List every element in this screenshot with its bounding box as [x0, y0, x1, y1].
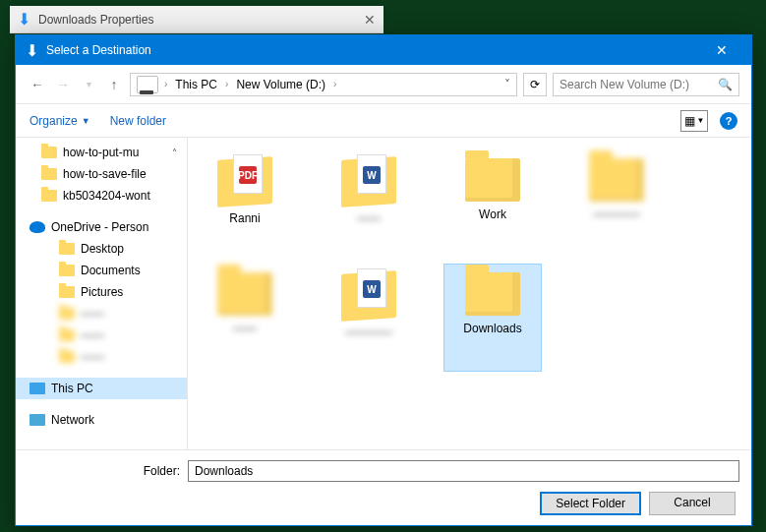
button-row: Select Folder Cancel: [28, 492, 739, 515]
crumb-drive[interactable]: New Volume (D:): [234, 78, 327, 91]
down-arrow-icon: ⬇: [18, 10, 30, 29]
organize-label: Organize: [29, 114, 78, 128]
refresh-button[interactable]: ⟳: [523, 73, 547, 96]
tree-item-this-pc[interactable]: This PC: [16, 378, 187, 399]
chevron-down-icon: ▼: [82, 116, 90, 126]
folder-icon: [59, 243, 75, 255]
folder-word-icon: W: [341, 158, 396, 206]
forward-button: →: [53, 75, 73, 94]
tree-item[interactable]: Pictures: [16, 281, 187, 303]
file-item-downloads[interactable]: Downloads: [443, 264, 542, 372]
dialog-title: Select a Destination: [46, 43, 694, 57]
tree-item[interactable]: ——: [16, 346, 187, 368]
folder-icon: [41, 147, 57, 158]
view-mode-button[interactable]: ▦ ▼: [680, 110, 708, 132]
toolbar: Organize ▼ New folder ▦ ▼ ?: [16, 104, 751, 138]
network-icon: [29, 414, 45, 426]
bg-window-title: Downloads Properties: [38, 13, 153, 27]
scroll-up-icon: ˄: [172, 148, 177, 158]
search-input[interactable]: [560, 78, 718, 91]
dialog-body: how-to-put-mu˄ how-to-save-file kb503420…: [16, 138, 751, 449]
tree-item[interactable]: ——: [16, 325, 187, 346]
tree-item[interactable]: ——: [16, 303, 187, 325]
tree-item[interactable]: Documents: [16, 260, 187, 281]
address-bar[interactable]: › This PC › New Volume (D:) › ˅: [130, 73, 517, 96]
folder-icon: [59, 351, 75, 363]
tree-label: Pictures: [81, 285, 123, 299]
dialog-titlebar: ⬇ Select a Destination ✕: [16, 35, 751, 65]
down-arrow-icon: ⬇: [26, 41, 38, 60]
recent-dropdown[interactable]: ▾: [79, 75, 98, 94]
cancel-button[interactable]: Cancel: [649, 492, 736, 515]
dialog-footer: Folder: Select Folder Cancel: [16, 449, 751, 525]
item-label: Ranni: [229, 211, 260, 225]
monitor-icon: [29, 383, 45, 394]
back-button[interactable]: ←: [28, 75, 47, 94]
tree-item[interactable]: kb5034204-wont: [16, 185, 187, 207]
file-item[interactable]: PDF Ranni: [196, 149, 294, 258]
folder-field-row: Folder:: [28, 460, 739, 482]
chevron-icon[interactable]: ›: [333, 79, 336, 89]
folder-icon: [59, 308, 75, 320]
chevron-down-icon: ▼: [697, 116, 705, 125]
file-grid[interactable]: PDF Ranni W —— Work ———— —— W ————: [188, 138, 751, 449]
crumb-this-pc[interactable]: This PC: [173, 78, 219, 91]
tree-item[interactable]: how-to-save-file: [16, 163, 187, 185]
folder-icon: [59, 265, 75, 276]
file-item[interactable]: W ————: [320, 264, 418, 372]
folder-word-icon: W: [341, 272, 396, 320]
chevron-icon[interactable]: ›: [164, 79, 167, 89]
folder-icon: [465, 272, 520, 316]
chevron-icon[interactable]: ›: [225, 79, 228, 89]
tree-item[interactable]: Desktop: [16, 238, 187, 260]
tree-item-network[interactable]: Network: [16, 409, 187, 431]
bg-close-icon[interactable]: ✕: [364, 12, 376, 28]
tree-item[interactable]: how-to-put-mu˄: [16, 142, 187, 163]
tree-label: OneDrive - Person: [51, 220, 148, 234]
item-label: ——: [233, 322, 257, 335]
background-window-titlebar: ⬇ Downloads Properties ✕: [10, 6, 383, 33]
select-folder-button[interactable]: Select Folder: [540, 492, 641, 515]
tree-label: This PC: [51, 382, 93, 395]
image-icon: ▦: [684, 114, 695, 128]
folder-label: Folder:: [28, 464, 180, 478]
item-label: ————: [593, 207, 640, 221]
nav-bar: ← → ▾ ↑ › This PC › New Volume (D:) › ˅ …: [16, 65, 751, 104]
nav-tree[interactable]: how-to-put-mu˄ how-to-save-file kb503420…: [16, 138, 188, 449]
item-label: Downloads: [463, 322, 521, 335]
tree-label: kb5034204-wont: [63, 189, 150, 203]
file-item[interactable]: Work: [443, 149, 542, 258]
folder-icon: [217, 272, 272, 316]
tree-label: how-to-save-file: [63, 167, 147, 181]
file-item[interactable]: ————: [567, 149, 666, 258]
folder-pdf-icon: PDF: [217, 158, 272, 206]
item-label: Work: [479, 207, 506, 221]
new-folder-button[interactable]: New folder: [110, 114, 166, 128]
folder-input[interactable]: [188, 460, 739, 482]
folder-icon: [589, 158, 644, 202]
folder-icon: [59, 286, 75, 298]
folder-icon: [41, 168, 57, 180]
drive-icon: [137, 76, 158, 93]
address-dropdown[interactable]: ˅: [504, 78, 510, 91]
folder-icon: [465, 158, 520, 202]
tree-label: Network: [51, 413, 94, 427]
close-button[interactable]: ✕: [702, 42, 741, 58]
cloud-icon: [29, 221, 45, 233]
search-box[interactable]: 🔍: [553, 73, 739, 96]
organize-menu[interactable]: Organize ▼: [29, 114, 90, 128]
tree-label: Documents: [81, 264, 141, 277]
item-label: ————: [345, 325, 392, 339]
search-icon[interactable]: 🔍: [718, 78, 733, 91]
tree-label: how-to-put-mu: [63, 146, 139, 159]
up-button[interactable]: ↑: [104, 75, 124, 94]
help-button[interactable]: ?: [720, 112, 737, 130]
tree-item-onedrive[interactable]: OneDrive - Person: [16, 216, 187, 238]
file-item[interactable]: W ——: [320, 149, 418, 258]
file-item[interactable]: ——: [196, 264, 294, 372]
tree-label: Desktop: [81, 242, 124, 256]
item-label: ——: [357, 211, 381, 225]
folder-icon: [59, 329, 75, 341]
folder-icon: [41, 190, 57, 202]
select-destination-dialog: ⬇ Select a Destination ✕ ← → ▾ ↑ › This …: [15, 34, 752, 526]
